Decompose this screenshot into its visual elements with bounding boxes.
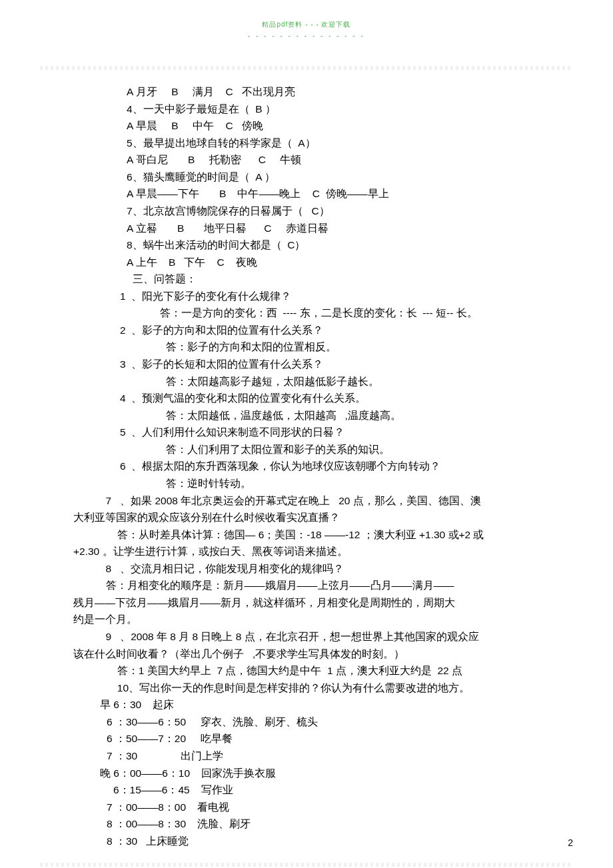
text-line: 残月——下弦月——娥眉月——新月，就这样循环，月相变化是周期性的，周期大 <box>40 594 573 612</box>
text-line: 该在什么时间收看？（举出几个例子 ,不要求学生写具体发的时刻。） <box>40 646 573 663</box>
text-line: 9 、2008 年 8 月 8 日晚上 8 点，在北京召开，想一想世界上其他国家… <box>40 628 573 646</box>
text-line: 三、问答题： <box>40 270 573 288</box>
text-line: 6、猫头鹰睡觉的时间是（ A ） <box>40 169 573 186</box>
text-line: 8、蜗牛出来活动的时间大都是（ C） <box>40 236 573 254</box>
page-number: 2 <box>568 837 573 848</box>
text-line: 晚 6：00——6：10 回家洗手换衣服 <box>40 765 573 782</box>
text-line: 答：人们利用了太阳位置和影子的关系的知识。 <box>40 441 573 458</box>
text-line: 6 、根据太阳的东升西落现象，你认为地球仪应该朝哪个方向转动？ <box>40 458 573 475</box>
text-line: A 月牙 B 满月 C 不出现月亮 <box>40 83 573 101</box>
text-line: 答：影子的方向和太阳的位置相反。 <box>40 338 573 356</box>
text-line: 2 、影子的方向和太阳的位置有什么关系？ <box>40 322 573 339</box>
text-line: 5、最早提出地球自转的科学家是（ A） <box>40 135 573 152</box>
text-line: 6：15——6：45 写作业 <box>40 781 573 799</box>
text-line: A 早晨——下午 B 中午——晚上 C 傍晚——早上 <box>40 185 573 203</box>
text-line: 8 ：00——8：30 洗脸、刷牙 <box>40 815 573 833</box>
text-line: 4、一天中影子最短是在（ B ） <box>40 101 573 118</box>
text-line: 8 ：30 上床睡觉 <box>40 833 573 850</box>
text-line: A 上午 B 下午 C 夜晚 <box>40 254 573 271</box>
text-line: 10、写出你一天的作息时间是怎样安排的？你认为有什么需要改进的地方。 <box>40 679 573 697</box>
text-line: 7 、如果 2008 年北京奥运会的开幕式定在晚上 20 点，那么，美国、德国、… <box>40 492 573 510</box>
text-line: 7、北京故宫博物院保存的日晷属于（ C） <box>40 203 573 220</box>
body-content: A 月牙 B 满月 C 不出现月亮4、一天中影子最短是在（ B ）A 早晨 B … <box>40 83 573 849</box>
text-line: 5 、人们利用什么知识来制造不同形状的日晷？ <box>40 424 573 441</box>
header-watermark: 精品pdf资料 - - - 欢迎下载 <box>40 20 573 29</box>
text-line: 约是一个月。 <box>40 611 573 628</box>
text-line: 答：1 美国大约早上 7 点，德国大约是中午 1 点，澳大利亚大约是 22 点 <box>40 662 573 679</box>
bottom-separator <box>40 863 573 867</box>
text-line: A 早晨 B 中午 C 傍晚 <box>40 117 573 135</box>
text-line: 答：逆时针转动。 <box>40 475 573 492</box>
text-line: 7 ：30 出门上学 <box>40 747 573 765</box>
text-line: 6 ：50——7：20 吃早餐 <box>40 730 573 747</box>
top-separator <box>40 66 573 70</box>
text-line: 答：从时差具体计算：德国— 6；美国：-18 ——-12 ；澳大利亚 +1.30… <box>40 526 573 544</box>
text-line: 大利亚等国家的观众应该分别在什么时候收看实况直播？ <box>40 509 573 526</box>
text-line: A 哥白尼 B 托勒密 C 牛顿 <box>40 151 573 169</box>
text-line: 6 ：30——6：50 穿衣、洗脸、刷牙、梳头 <box>40 713 573 731</box>
document-page: 精品pdf资料 - - - 欢迎下载 - - - - - - - - - - -… <box>0 0 613 868</box>
text-line: 1 、阳光下影子的变化有什么规律？ <box>40 288 573 305</box>
header-dashes: - - - - - - - - - - - - - - - <box>40 32 573 39</box>
text-line: 4 、预测气温的变化和太阳的位置变化有什么关系。 <box>40 390 573 407</box>
text-line: 8 、交流月相日记，你能发现月相变化的规律吗？ <box>40 560 573 578</box>
text-line: 答：一是方向的变化：西 ---- 东，二是长度的变化：长 --- 短-- 长。 <box>40 304 573 322</box>
text-line: 答：太阳越低，温度越低，太阳越高 ,温度越高。 <box>40 407 573 424</box>
text-line: +2.30 。让学生进行计算，或按白天、黑夜等词语来描述。 <box>40 543 573 560</box>
text-line: A 立晷 B 地平日晷 C 赤道日晷 <box>40 220 573 237</box>
text-line: 答：月相变化的顺序是：新月——娥眉月——上弦月——凸月——满月—— <box>40 577 573 594</box>
text-line: 3 、影子的长短和太阳的位置有什么关系？ <box>40 356 573 373</box>
text-line: 答：太阳越高影子越短，太阳越低影子越长。 <box>40 373 573 390</box>
text-line: 7 ：00——8：00 看电视 <box>40 799 573 816</box>
text-line: 早 6：30 起床 <box>40 696 573 713</box>
